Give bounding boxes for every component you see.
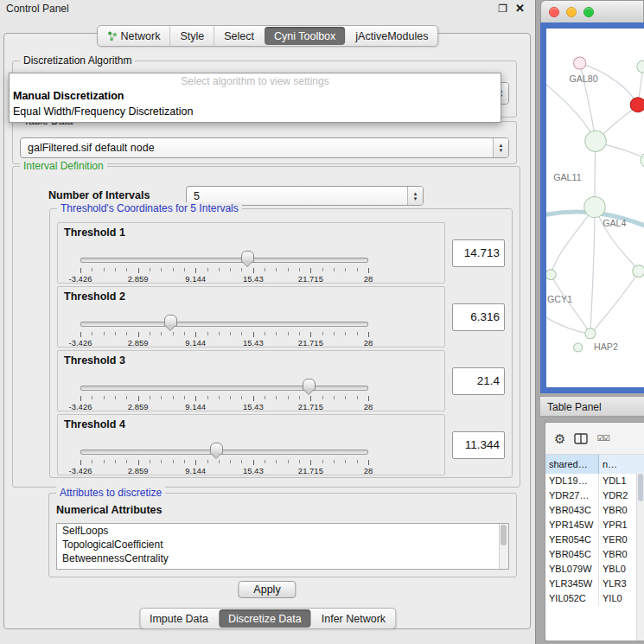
tab-jactivemodules[interactable]: jActiveModules [346,26,437,46]
threshold-slider[interactable] [80,318,368,328]
thresholds-list: Threshold 1-3.4262.8599.14415.4321.71528… [50,222,512,475]
attribute-items: SelfLoopsTopologicalCoefficientBetweenne… [57,524,508,565]
interval-definition-title: Interval Definition [20,160,107,172]
tick-label: 2.859 [128,402,149,411]
table-row[interactable]: YDL19…YDL1 [545,474,644,488]
node[interactable] [574,343,583,352]
tick-label: 21.715 [298,466,323,475]
attributes-group-title: Attributes to discretize [56,487,165,499]
slider-thumb-icon[interactable] [241,251,254,263]
list-scrollbar[interactable] [499,524,508,569]
table-data-combobox[interactable]: galFiltered.sif default node [20,137,509,158]
tick-label: 15.43 [243,338,264,348]
scrollbar-thumb[interactable] [638,474,643,501]
threshold-label: Threshold 2 [64,290,125,303]
node[interactable] [584,196,605,217]
threshold-panel: Threshold 4-3.4262.8599.14415.4321.71528 [57,414,445,475]
tab-impute-data[interactable]: Impute Data [140,609,218,628]
tab-select[interactable]: Select [214,26,264,46]
dropdown-option-equal-width-frequency[interactable]: Equal Width/Frequency Discretization [10,104,501,119]
dropdown-option-manual-discretization[interactable]: Manual Discretization [10,88,501,104]
slider-thumb-icon[interactable] [210,443,223,455]
tab-style[interactable]: Style [169,26,214,46]
interval-definition-group: Interval Definition Number of Intervals … [12,166,520,488]
tick-label: 21.715 [298,402,323,411]
table-scrollbar[interactable] [636,473,644,641]
node[interactable] [641,152,644,168]
thresholds-group-title: Threshold's Coordinates for 5 Intervals [57,202,242,214]
tab-discretize-data[interactable]: Discretize Data [219,609,311,628]
network-canvas[interactable]: GAL80GAL11GAL4GCY1HAP2 [546,29,644,387]
network-graph[interactable]: GAL80GAL11GAL4GCY1HAP2 [546,29,644,387]
slider-track [80,322,368,327]
apply-button[interactable]: Apply [238,581,296,598]
node[interactable] [574,57,586,69]
tick-label: 21.715 [298,274,323,284]
numerical-attributes-list[interactable]: SelfLoopsTopologicalCoefficientBetweenne… [56,523,509,570]
gear-icon[interactable]: ⚙ [554,432,565,445]
node[interactable] [633,265,644,277]
control-panel-titlebar[interactable]: Control Panel ❐ ✕ [0,0,535,17]
combo-stepper-icon[interactable] [407,187,423,205]
slider-ticks: -3.4262.8599.14415.4321.71528 [80,396,368,411]
table-cell: YPR145W [545,518,599,532]
table-row[interactable]: YDR27…YDR2 [545,488,644,503]
threshold-panel: Threshold 2-3.4262.8599.14415.4321.71528 [57,286,445,348]
tab-cyni-toolbox[interactable]: Cyni Toolbox [265,27,345,45]
select-columns-icon[interactable]: ☑☑ [596,435,609,443]
threshold-panel: Threshold 3-3.4262.8599.14415.4321.71528 [57,350,445,411]
node-label: GCY1 [547,294,572,304]
network-window-titlebar[interactable] [540,0,644,22]
float-window-icon[interactable]: ❐ [498,0,507,17]
table-row[interactable]: YLR345WYLR3 [545,577,644,591]
column-header-2[interactable]: n… [599,455,644,474]
node[interactable] [546,270,556,280]
columns-icon[interactable] [574,433,588,444]
table-row[interactable]: YBL079WYBL0 [545,562,644,577]
control-panel-window: Control Panel ❐ ✕ Discretization Algorit… [0,0,536,644]
tab-label: Style [180,30,204,42]
tab-infer-network[interactable]: Infer Network [312,609,395,628]
node[interactable] [585,328,596,339]
table-cell: YER054C [545,532,599,547]
close-icon[interactable]: ✕ [515,0,525,17]
list-item[interactable]: TopologicalCoefficient [57,538,508,552]
threshold-row-1: Threshold 1-3.4262.8599.14415.4321.71528… [57,222,505,284]
tick-label: 15.43 [243,402,264,411]
table-panel-header[interactable]: Table Panel [540,396,644,417]
threshold-value-field[interactable]: 6.316 [452,303,505,331]
traffic-light-minimize-icon[interactable] [566,7,577,17]
threshold-value-field[interactable]: 11.344 [452,431,505,459]
combo-stepper-icon[interactable] [493,138,508,157]
tick-label: -3.426 [69,338,92,348]
list-item[interactable]: SelfLoops [57,524,508,538]
selected-node[interactable] [630,98,644,112]
list-item[interactable]: BetweennessCentrality [57,552,508,565]
tab-network[interactable]: Network [98,26,170,46]
tick-label: -3.426 [69,274,92,284]
traffic-light-zoom-icon[interactable] [583,7,594,17]
threshold-slider[interactable] [80,382,368,392]
slider-thumb-icon[interactable] [303,379,316,391]
tab-label: Impute Data [150,613,208,625]
column-header-1[interactable]: shared… [545,455,599,474]
threshold-slider[interactable] [80,254,368,265]
threshold-value-field[interactable]: 21.4 [452,367,505,395]
node[interactable] [637,61,644,73]
slider-thumb-icon[interactable] [164,315,177,327]
table-row[interactable]: YER054CYER0 [545,532,644,547]
scrollbar-thumb[interactable] [501,525,507,545]
tick-label: 28 [364,274,373,284]
node[interactable] [585,131,606,151]
table-row[interactable]: YPR145WYPR1 [545,518,644,532]
table-row[interactable]: YBR043CYBR0 [545,503,644,518]
network-nodes[interactable] [546,57,644,352]
threshold-value-field[interactable]: 14.713 [452,239,505,267]
discretization-algorithm-title: Discretization Algorithm [20,54,135,67]
table-row[interactable]: YBR045CYBR0 [545,547,644,562]
node-label: GAL80 [569,73,597,84]
traffic-light-close-icon[interactable] [549,7,559,17]
table-row[interactable]: YIL052CYIL0 [545,591,644,606]
threshold-slider[interactable] [80,446,368,456]
tab-label: jActiveModules [355,30,428,42]
